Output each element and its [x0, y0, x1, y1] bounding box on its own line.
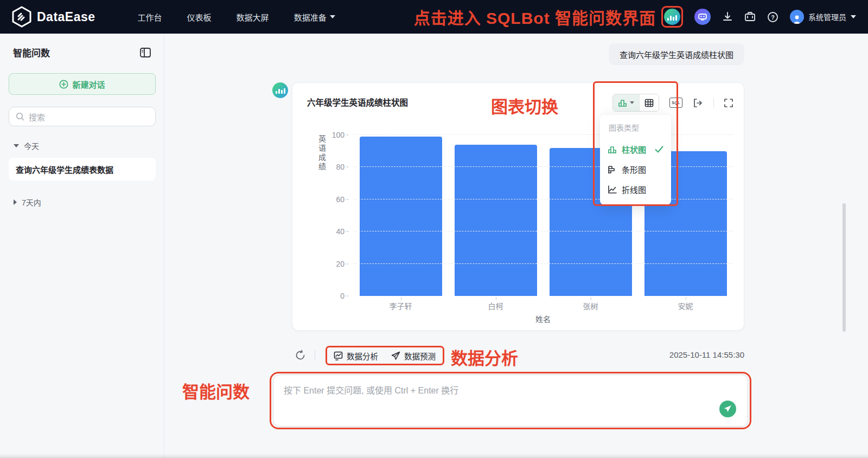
- data-analysis-button[interactable]: 数据分析: [334, 350, 378, 362]
- app-window: DataEase 工作台 仪表板 数据大屏 数据准备 点击进入 SQLBot 智…: [0, 0, 868, 458]
- assistant-robot-icon[interactable]: [694, 9, 711, 25]
- sql-view-button[interactable]: SQL: [669, 98, 682, 108]
- table-icon: [644, 99, 654, 107]
- annotation-data-analysis: 数据分析: [451, 345, 518, 369]
- refresh-icon[interactable]: [295, 350, 306, 361]
- search-icon: [16, 112, 24, 121]
- dataease-logo-icon: [12, 6, 31, 28]
- brand-logo[interactable]: DataEase: [12, 6, 95, 28]
- chart-card-title: 六年级学生英语成绩柱状图: [307, 96, 408, 108]
- chevron-down-icon: [630, 101, 634, 104]
- check-icon: [655, 146, 663, 153]
- new-chat-button[interactable]: 新建对话: [9, 73, 156, 95]
- bar-slot: 白柯: [455, 135, 537, 296]
- toolbox-icon[interactable]: [744, 11, 756, 22]
- table-view-button[interactable]: [639, 94, 659, 111]
- chart-card: 六年级学生英语成绩柱状图 SQL: [292, 82, 744, 331]
- horizontal-bar-chart-icon: [608, 165, 617, 174]
- nav-item-datascreen[interactable]: 数据大屏: [237, 11, 269, 23]
- toolbar-divider: [713, 98, 714, 108]
- brand-name: DataEase: [37, 10, 95, 24]
- message-timestamp: 2025-10-11 14:55:30: [669, 350, 744, 359]
- group-label: 今天: [24, 140, 39, 151]
- top-navbar: DataEase 工作台 仪表板 数据大屏 数据准备 点击进入 SQLBot 智…: [0, 0, 868, 34]
- annotation-frame-sqlbot-icon: [661, 6, 683, 28]
- conversation-item[interactable]: 查询六年级学生成绩表数据: [9, 158, 156, 180]
- bar-slot: 李子轩: [360, 135, 442, 296]
- search-placeholder: 搜索: [29, 111, 45, 122]
- chart-type-dropdown: 图表类型 柱状图 条形图 折线图: [600, 115, 671, 205]
- user-menu[interactable]: 系统管理员: [790, 10, 856, 24]
- nav-right-icons: ? 系统管理员: [661, 6, 856, 28]
- paper-plane-icon: [391, 351, 400, 360]
- bar-chart-icon: [618, 99, 627, 107]
- history-group-week[interactable]: 7天内: [9, 197, 155, 208]
- send-button[interactable]: [719, 401, 736, 417]
- send-plane-icon: [724, 405, 732, 413]
- question-input[interactable]: [273, 375, 748, 426]
- svg-text:?: ?: [771, 14, 775, 20]
- chart-toolbar: SQL: [612, 94, 733, 112]
- history-group-today[interactable]: 今天: [9, 140, 155, 151]
- dropdown-item-column-chart[interactable]: 柱状图: [600, 139, 671, 159]
- question-input-area: [273, 375, 748, 427]
- action-divider: [315, 350, 315, 361]
- analysis-board-icon: [334, 351, 343, 360]
- download-icon[interactable]: [722, 11, 733, 22]
- chart-type-dropdown-button[interactable]: [613, 94, 639, 111]
- x-axis-title: 姓名: [353, 313, 733, 324]
- bar-白柯[interactable]: [455, 145, 537, 296]
- sqlbot-avatar-icon: [272, 82, 288, 98]
- export-icon[interactable]: [693, 98, 703, 108]
- nav-menu: 工作台 仪表板 数据大屏 数据准备: [138, 11, 335, 23]
- line-chart-icon: [608, 185, 617, 194]
- sidebar-title: 智能问数: [13, 46, 50, 59]
- user-name: 系统管理员: [808, 11, 846, 22]
- nav-item-dataprep[interactable]: 数据准备: [294, 11, 335, 23]
- help-icon[interactable]: ?: [767, 11, 778, 23]
- user-message-bubble: 查询六年级学生英语成绩柱状图: [609, 43, 744, 65]
- chevron-down-icon: [851, 15, 856, 18]
- annotation-frame-actions: 数据分析 数据预测: [326, 346, 444, 365]
- chart-plot: 李子轩白柯张树安妮: [353, 135, 733, 296]
- collapse-panel-icon[interactable]: [140, 48, 151, 57]
- x-tick-label: 白柯: [455, 300, 537, 311]
- nav-item-dashboard[interactable]: 仪表板: [187, 11, 212, 23]
- x-tick-label: 安妮: [644, 300, 727, 311]
- x-tick-label: 张树: [550, 300, 632, 311]
- bar-chart-icon: [608, 145, 617, 154]
- annotation-sqlbot-entry: 点击进入 SQLBot 智能问数界面: [414, 5, 656, 29]
- nav-item-workspace[interactable]: 工作台: [138, 11, 162, 23]
- annotation-chart-switch: 图表切换: [491, 93, 558, 118]
- sqlbot-entry-icon[interactable]: [664, 9, 680, 25]
- chevron-down-icon: [330, 15, 335, 18]
- y-axis-ticks: 020406080100: [321, 135, 349, 296]
- sidebar: 智能问数 新建对话 搜索 今天: [0, 34, 164, 458]
- plus-circle-icon: [59, 80, 68, 89]
- fullscreen-icon[interactable]: [724, 99, 733, 107]
- dropdown-item-line-chart[interactable]: 折线图: [600, 179, 671, 199]
- scrollbar-thumb[interactable]: [843, 203, 846, 332]
- dropdown-item-bar-chart[interactable]: 条形图: [600, 159, 671, 179]
- data-predict-button[interactable]: 数据预测: [391, 350, 436, 362]
- dropdown-header: 图表类型: [600, 122, 671, 139]
- caret-down-icon: [14, 144, 19, 147]
- caret-right-icon: [14, 199, 17, 205]
- bar-李子轩[interactable]: [360, 137, 442, 296]
- annotation-smart-ask: 智能问数: [182, 378, 250, 403]
- avatar: [790, 10, 804, 24]
- new-chat-label: 新建对话: [72, 79, 105, 90]
- x-tick-label: 李子轩: [360, 300, 442, 311]
- group-label: 7天内: [22, 197, 41, 208]
- search-input[interactable]: 搜索: [9, 107, 156, 126]
- chart-type-switch-group: [612, 94, 659, 112]
